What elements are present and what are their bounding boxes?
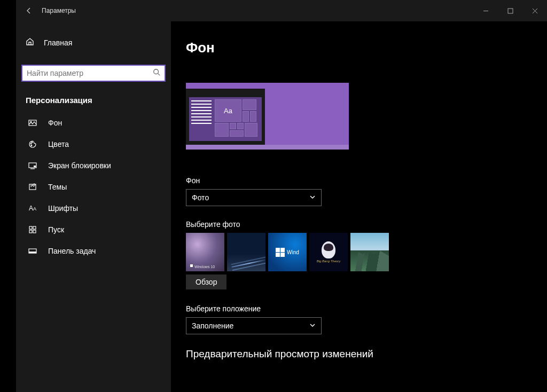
close-button[interactable] <box>522 0 547 21</box>
svg-rect-10 <box>29 226 32 229</box>
photo-thumb-2[interactable] <box>227 233 265 271</box>
page-heading: Фон <box>186 40 547 56</box>
nav-item-background[interactable]: Фон <box>16 112 171 134</box>
preview-sample-text: Aa <box>215 99 241 122</box>
nav-item-start[interactable]: Пуск <box>16 219 171 240</box>
start-icon <box>28 225 37 234</box>
photo-thumb-5[interactable] <box>350 233 389 271</box>
back-button[interactable] <box>16 0 42 21</box>
maximize-button[interactable] <box>498 0 522 21</box>
nav-home-label: Главная <box>44 38 72 47</box>
svg-point-6 <box>31 145 32 146</box>
window-title: Параметры <box>42 7 76 14</box>
picture-icon <box>28 119 37 127</box>
fit-label: Выберите положение <box>186 304 547 313</box>
photo-thumb-4[interactable]: Big Bang Theory <box>309 233 348 271</box>
svg-point-1 <box>154 69 159 74</box>
background-value: Фото <box>192 193 209 202</box>
desktop-preview: Aa <box>186 83 349 150</box>
nav-item-themes[interactable]: Темы <box>16 176 171 198</box>
fonts-icon: AA <box>28 205 37 212</box>
search-box[interactable] <box>21 65 166 82</box>
svg-point-3 <box>30 121 32 122</box>
chevron-down-icon <box>309 322 316 330</box>
themes-icon <box>28 183 37 191</box>
nav-item-lockscreen[interactable]: Экран блокировки <box>16 155 171 176</box>
chevron-down-icon <box>309 193 316 202</box>
svg-rect-15 <box>29 252 36 253</box>
minimize-button[interactable] <box>473 0 498 21</box>
nav-item-label: Экран блокировки <box>48 161 111 170</box>
taskbar-icon <box>28 247 37 255</box>
nav-item-fonts[interactable]: AA Шрифты <box>16 198 171 219</box>
nav-item-label: Шрифты <box>48 204 78 213</box>
nav-item-label: Цвета <box>48 140 69 148</box>
nav-item-label: Темы <box>48 183 67 191</box>
nav-item-label: Панель задач <box>48 247 96 255</box>
browse-button[interactable]: Обзор <box>186 275 226 289</box>
photo-thumb-3[interactable]: Wind <box>268 233 307 271</box>
svg-point-4 <box>30 143 32 144</box>
background-dropdown[interactable]: Фото <box>186 189 322 206</box>
main-content: Фон Aa Фон Фото <box>171 21 547 392</box>
nav-item-label: Фон <box>48 119 62 127</box>
search-input[interactable] <box>21 65 166 82</box>
svg-rect-12 <box>29 230 32 233</box>
preview-changes-heading: Предварительный просмотр изменений <box>186 348 547 360</box>
svg-rect-8 <box>34 166 36 167</box>
section-title: Персонализация <box>16 92 171 112</box>
titlebar: Параметры <box>16 0 547 21</box>
nav-item-label: Пуск <box>48 225 64 234</box>
photo-thumb-1[interactable]: Windows 10 <box>186 233 224 271</box>
photo-thumbnails: Windows 10 Wind Big Bang Theory <box>186 233 547 271</box>
search-icon <box>153 68 160 78</box>
fit-value: Заполнение <box>192 322 233 330</box>
svg-point-5 <box>32 142 33 143</box>
home-icon <box>26 37 34 48</box>
choose-photo-label: Выберите фото <box>186 220 547 229</box>
fit-dropdown[interactable]: Заполнение <box>186 317 322 334</box>
svg-rect-13 <box>33 230 36 233</box>
nav-home[interactable]: Главная <box>16 32 171 53</box>
lockscreen-icon <box>28 161 37 170</box>
palette-icon <box>28 140 37 148</box>
nav-item-taskbar[interactable]: Панель задач <box>16 240 171 262</box>
svg-rect-0 <box>508 9 513 13</box>
sidebar: Главная Персонализация Фон Цвета Экран б… <box>16 21 171 392</box>
nav-item-colors[interactable]: Цвета <box>16 134 171 155</box>
svg-rect-11 <box>33 226 36 229</box>
background-label: Фон <box>186 176 547 185</box>
